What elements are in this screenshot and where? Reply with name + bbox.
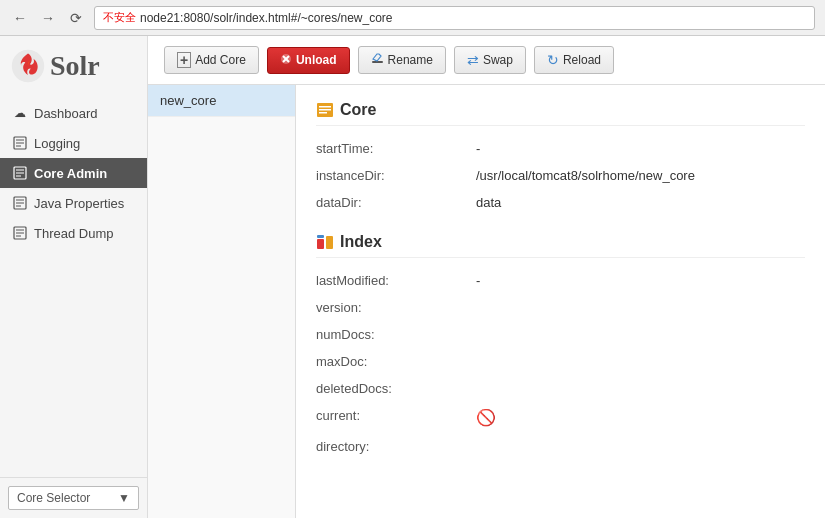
dashboard-icon: ☁ [12,105,28,121]
core-list: new_core [148,85,296,518]
sidebar-item-label-dashboard: Dashboard [34,106,98,121]
thread-dump-icon [12,225,28,241]
deleteddocs-label: deletedDocs: [316,378,476,399]
sidebar-item-core-admin[interactable]: Core Admin [0,158,147,188]
datadir-value: data [476,192,805,213]
core-details: Core startTime: - instanceDir: /usr/loca… [296,85,825,518]
maxdoc-label: maxDoc: [316,351,476,372]
index-section-title: Index [340,233,382,251]
core-section-title: Core [340,101,376,119]
swap-button[interactable]: ⇄ Swap [454,46,526,74]
logo-area: Solr [0,36,147,94]
solr-logo: Solr [10,48,100,84]
core-section-icon [316,101,334,119]
sidebar-item-thread-dump[interactable]: Thread Dump [0,218,147,248]
instancedir-label: instanceDir: [316,165,476,186]
java-properties-icon [12,195,28,211]
reload-label: Reload [563,53,601,67]
svg-rect-22 [319,106,331,108]
numdocs-value [476,324,805,345]
reload-button[interactable]: ↻ Reload [534,46,614,74]
core-list-item-new-core[interactable]: new_core [148,85,295,117]
forward-button[interactable]: → [38,8,58,28]
add-icon: + [177,52,191,68]
unload-label: Unload [296,53,337,67]
core-selector-area: Core Selector ▼ [0,477,147,518]
sidebar: Solr ☁ Dashboard Logging Core Admin [0,36,148,518]
content-area: + Add Core Unload Rename ⇄ Swap ↻ [148,36,825,518]
core-fields-grid: startTime: - instanceDir: /usr/local/tom… [316,138,805,213]
svg-rect-24 [319,112,327,114]
sidebar-item-label-java-properties: Java Properties [34,196,124,211]
core-selector-dropdown[interactable]: Core Selector ▼ [8,486,139,510]
add-core-button[interactable]: + Add Core [164,46,259,74]
directory-value [476,436,805,457]
sidebar-item-label-logging: Logging [34,136,80,151]
refresh-button[interactable]: ⟳ [66,8,86,28]
rename-button[interactable]: Rename [358,46,446,74]
rename-label: Rename [388,53,433,67]
sidebar-item-label-core-admin: Core Admin [34,166,107,181]
unload-button[interactable]: Unload [267,47,350,74]
lastmodified-label: lastModified: [316,270,476,291]
solr-text: Solr [50,50,100,82]
directory-label: directory: [316,436,476,457]
core-section-header: Core [316,101,805,126]
unload-icon [280,53,292,68]
svg-rect-23 [319,109,331,111]
lastmodified-value: - [476,270,805,291]
reload-icon: ↻ [547,52,559,68]
starttime-value: - [476,138,805,159]
sidebar-item-label-thread-dump: Thread Dump [34,226,113,241]
datadir-label: dataDir: [316,192,476,213]
svg-rect-25 [317,239,324,249]
insecure-indicator: 不安全 [103,10,136,25]
add-core-label: Add Core [195,53,246,67]
current-label: current: [316,405,476,430]
index-fields-grid: lastModified: - version: numDocs: maxDoc… [316,270,805,457]
solr-flame-icon [10,48,46,84]
numdocs-label: numDocs: [316,324,476,345]
browser-chrome: ← → ⟳ 不安全 node21:8080/solr/index.html#/~… [0,0,825,36]
core-selector-label: Core Selector [17,491,90,505]
starttime-label: startTime: [316,138,476,159]
index-section-icon [316,233,334,251]
deleteddocs-value [476,378,805,399]
swap-label: Swap [483,53,513,67]
current-value: 🚫 [476,405,805,430]
chevron-down-icon: ▼ [118,491,130,505]
core-name: new_core [160,93,216,108]
toolbar: + Add Core Unload Rename ⇄ Swap ↻ [148,36,825,85]
rename-icon [371,52,384,68]
swap-icon: ⇄ [467,52,479,68]
svg-rect-27 [317,235,324,238]
address-bar[interactable]: 不安全 node21:8080/solr/index.html#/~cores/… [94,6,815,30]
app-container: Solr ☁ Dashboard Logging Core Admin [0,36,825,518]
back-button[interactable]: ← [10,8,30,28]
main-area: new_core Core [148,85,825,518]
sidebar-item-dashboard[interactable]: ☁ Dashboard [0,98,147,128]
nav-menu: ☁ Dashboard Logging Core Admin Java Pro [0,94,147,477]
instancedir-value: /usr/local/tomcat8/solrhome/new_core [476,165,805,186]
sidebar-item-logging[interactable]: Logging [0,128,147,158]
core-admin-icon [12,165,28,181]
sidebar-item-java-properties[interactable]: Java Properties [0,188,147,218]
logging-icon [12,135,28,151]
svg-rect-26 [326,236,333,249]
version-value [476,297,805,318]
url-text: node21:8080/solr/index.html#/~cores/new_… [140,11,393,25]
maxdoc-value [476,351,805,372]
version-label: version: [316,297,476,318]
index-section-header: Index [316,233,805,258]
